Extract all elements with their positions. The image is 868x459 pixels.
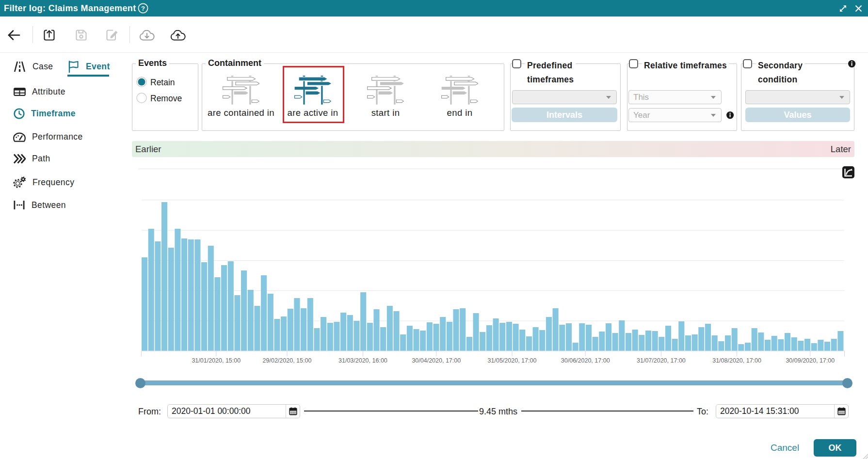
svg-text:?: ? <box>141 5 145 12</box>
svg-text:31/01/2020, 15:00: 31/01/2020, 15:00 <box>192 357 241 364</box>
svg-text:30/09/2020, 17:00: 30/09/2020, 17:00 <box>786 357 835 364</box>
svg-text:29/02/2020, 15:00: 29/02/2020, 15:00 <box>263 357 312 364</box>
svg-text:31/03/2020, 16:00: 31/03/2020, 16:00 <box>338 357 387 364</box>
svg-text:31/08/2020, 17:00: 31/08/2020, 17:00 <box>712 357 761 364</box>
svg-text:30/04/2020, 17:00: 30/04/2020, 17:00 <box>412 357 461 364</box>
svg-text:31/05/2020, 17:00: 31/05/2020, 17:00 <box>488 357 537 364</box>
svg-text:31/07/2020, 17:00: 31/07/2020, 17:00 <box>637 357 686 364</box>
svg-text:30/06/2020, 17:00: 30/06/2020, 17:00 <box>561 357 610 364</box>
